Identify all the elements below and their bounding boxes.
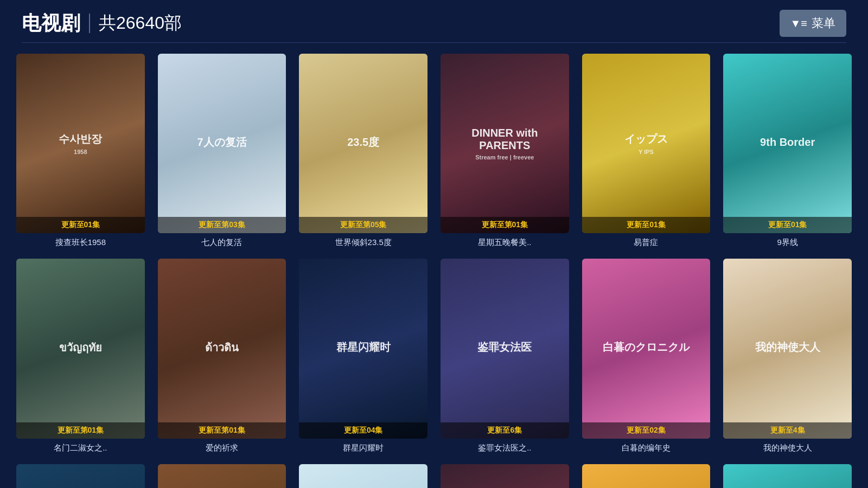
poster-text-show-17: 风月无边 (582, 464, 711, 488)
title-show-7: 名门二淑女之.. (16, 443, 145, 453)
poster-text-show-9: 群星闪耀时 (299, 259, 427, 438)
card-image-show-7: ขวัญฤทัย更新至第01集 (16, 259, 145, 438)
poster-text-show-12: 我的神使大人 (723, 259, 852, 438)
card-show-15[interactable] (299, 464, 427, 488)
badge-show-3: 更新至第05集 (299, 217, 427, 233)
poster-text-show-3: 23.5度 (299, 54, 427, 233)
show-grid-row3: 风月无边心动 (0, 464, 868, 488)
card-show-2[interactable]: 7人の复活更新至第03集七人的复活 (158, 54, 286, 248)
poster-show-3: 23.5度更新至第05集 (299, 54, 427, 233)
card-show-7[interactable]: ขวัญฤทัย更新至第01集名门二淑女之.. (16, 259, 145, 453)
card-show-6[interactable]: 9th Border更新至01集9界线 (723, 54, 852, 248)
card-show-8[interactable]: ด้าวดิน更新至第01集爱的祈求 (158, 259, 286, 453)
card-show-5[interactable]: イップスY IPS更新至01集易普症 (582, 54, 711, 248)
card-show-4[interactable]: DINNER with PARENTSStream free | freevee… (441, 54, 569, 248)
badge-show-7: 更新至第01集 (16, 422, 145, 439)
badge-show-9: 更新至04集 (299, 422, 427, 439)
badge-show-5: 更新至01集 (582, 217, 711, 233)
show-grid-row2: ขวัญฤทัย更新至第01集名门二淑女之..ด้าวดิน更新至第01集爱的祈… (0, 259, 868, 453)
card-image-show-12: 我的神使大人更新至4集 (723, 259, 852, 438)
show-count: 共26640部 (99, 11, 182, 35)
poster-show-7: ขวัญฤทัย更新至第01集 (16, 259, 145, 438)
poster-text-show-7: ขวัญฤทัย (16, 259, 145, 438)
card-show-3[interactable]: 23.5度更新至第05集世界倾斜23.5度 (299, 54, 427, 248)
title-show-9: 群星闪耀时 (299, 443, 427, 453)
header-divider-line (22, 42, 846, 43)
poster-text-show-18: 心动 (723, 464, 852, 488)
poster-show-6: 9th Border更新至01集 (723, 54, 852, 233)
card-show-1[interactable]: 수사반장1958更新至01集搜查班长1958 (16, 54, 145, 248)
title-show-8: 爱的祈求 (158, 443, 286, 453)
card-image-show-3: 23.5度更新至第05集 (299, 54, 427, 233)
card-image-show-8: ด้าวดิน更新至第01集 (158, 259, 286, 438)
card-image-show-4: DINNER with PARENTSStream free | freevee… (441, 54, 569, 233)
poster-text-show-2: 7人の复活 (158, 54, 286, 233)
poster-show-10: 鉴罪女法医更新至6集 (441, 259, 569, 438)
poster-show-14 (158, 464, 286, 488)
card-image-show-5: イップスY IPS更新至01集 (582, 54, 711, 233)
show-grid-row1: 수사반장1958更新至01集搜查班长19587人の复活更新至第03集七人的复活2… (0, 54, 868, 248)
poster-show-8: ด้าวดิน更新至第01集 (158, 259, 286, 438)
title-show-4: 星期五晚餐美.. (441, 237, 569, 248)
header-left: 电视剧 共26640部 (22, 10, 182, 37)
card-image-show-16 (441, 464, 569, 488)
page-title: 电视剧 (22, 10, 80, 37)
poster-text-show-10: 鉴罪女法医 (441, 259, 569, 438)
card-show-12[interactable]: 我的神使大人更新至4集我的神使大人 (723, 259, 852, 453)
card-show-16[interactable] (441, 464, 569, 488)
card-image-show-17: 风月无边 (582, 464, 711, 488)
badge-show-12: 更新至4集 (723, 422, 852, 439)
card-image-show-10: 鉴罪女法医更新至6集 (441, 259, 569, 438)
card-image-show-11: 白暮のクロニクル更新至02集 (582, 259, 711, 438)
poster-show-16 (441, 464, 569, 488)
badge-show-2: 更新至第03集 (158, 217, 286, 233)
card-show-13[interactable] (16, 464, 145, 488)
header-divider (89, 14, 90, 33)
card-image-show-18: 心动 (723, 464, 852, 488)
poster-show-17: 风月无边 (582, 464, 711, 488)
poster-show-1: 수사반장1958更新至01集 (16, 54, 145, 233)
card-image-show-9: 群星闪耀时更新至04集 (299, 259, 427, 438)
menu-button[interactable]: ▼≡ 菜单 (780, 10, 846, 37)
poster-show-13 (16, 464, 145, 488)
card-image-show-14 (158, 464, 286, 488)
card-image-show-13 (16, 464, 145, 488)
poster-show-9: 群星闪耀时更新至04集 (299, 259, 427, 438)
badge-show-1: 更新至01集 (16, 217, 145, 233)
badge-show-6: 更新至01集 (723, 217, 852, 233)
card-show-18[interactable]: 心动 (723, 464, 852, 488)
title-show-6: 9界线 (723, 237, 852, 248)
poster-show-12: 我的神使大人更新至4集 (723, 259, 852, 438)
title-show-11: 白暮的编年史 (582, 443, 711, 453)
card-show-17[interactable]: 风月无边 (582, 464, 711, 488)
title-show-1: 搜查班长1958 (16, 237, 145, 248)
poster-show-4: DINNER with PARENTSStream free | freevee… (441, 54, 569, 233)
app-container: 电视剧 共26640部 ▼≡ 菜单 수사반장1958更新至01集搜查班长1958… (0, 0, 868, 488)
poster-show-2: 7人の复活更新至第03集 (158, 54, 286, 233)
title-show-12: 我的神使大人 (723, 443, 852, 453)
badge-show-8: 更新至第01集 (158, 422, 286, 439)
title-show-2: 七人的复活 (158, 237, 286, 248)
poster-text-show-8: ด้าวดิน (158, 259, 286, 438)
menu-label: 菜单 (812, 15, 835, 31)
badge-show-11: 更新至02集 (582, 422, 711, 439)
poster-text-show-11: 白暮のクロニクル (582, 259, 711, 438)
title-show-5: 易普症 (582, 237, 711, 248)
poster-show-11: 白暮のクロニクル更新至02集 (582, 259, 711, 438)
card-image-show-2: 7人の复活更新至第03集 (158, 54, 286, 233)
title-show-3: 世界倾斜23.5度 (299, 237, 427, 248)
poster-text-show-1: 수사반장1958 (16, 54, 145, 233)
title-show-10: 鉴罪女法医之.. (441, 443, 569, 453)
header: 电视剧 共26640部 ▼≡ 菜单 (0, 0, 868, 42)
filter-icon: ▼≡ (790, 17, 807, 30)
poster-show-5: イップスY IPS更新至01集 (582, 54, 711, 233)
card-show-11[interactable]: 白暮のクロニクル更新至02集白暮的编年史 (582, 259, 711, 453)
poster-show-18: 心动 (723, 464, 852, 488)
poster-text-show-4: DINNER with PARENTSStream free | freevee (441, 54, 569, 233)
badge-show-4: 更新至第01集 (441, 217, 569, 233)
card-image-show-15 (299, 464, 427, 488)
card-image-show-6: 9th Border更新至01集 (723, 54, 852, 233)
card-show-14[interactable] (158, 464, 286, 488)
card-show-9[interactable]: 群星闪耀时更新至04集群星闪耀时 (299, 259, 427, 453)
card-show-10[interactable]: 鉴罪女法医更新至6集鉴罪女法医之.. (441, 259, 569, 453)
